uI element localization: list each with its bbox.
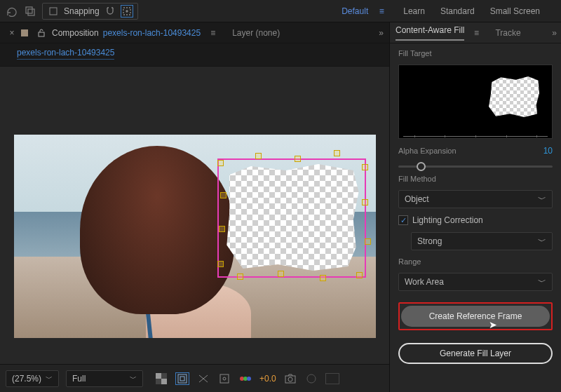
chevron-down-icon: ﹀ [46, 374, 53, 384]
panel-menu-icon[interactable]: ≡ [375, 5, 388, 18]
app-toolbar: Snapping Default ≡ Learn Standard Small … [0, 0, 561, 22]
svg-rect-9 [161, 379, 167, 384]
svg-point-4 [126, 11, 128, 12]
region-of-interest[interactable] [217, 158, 366, 278]
svg-point-16 [247, 377, 251, 381]
svg-rect-11 [180, 377, 184, 381]
tool-group: Snapping [6, 3, 138, 20]
layer-tab[interactable]: Layer (none) [232, 28, 280, 38]
breadcrumb-link[interactable]: pexels-ron-lach-10493425 [17, 48, 114, 60]
fill-target-preview [398, 65, 553, 139]
mask-vertex[interactable] [220, 192, 227, 198]
svg-rect-1 [28, 9, 34, 15]
chevron-down-icon: ﹀ [538, 194, 546, 205]
workspace-standard[interactable]: Standard [440, 6, 475, 16]
svg-point-19 [307, 374, 316, 383]
exposure-value[interactable]: +0.0 [259, 374, 276, 384]
svg-point-18 [288, 377, 292, 381]
checkbox-checked-icon: ✓ [398, 215, 408, 225]
composition-label: Composition [52, 28, 99, 38]
button-label: Create Reference Frame [429, 311, 522, 321]
svg-point-13 [223, 377, 226, 380]
svg-rect-6 [39, 32, 44, 36]
right-panel-tabs: Content-Aware Fill ≡ Tracke » [390, 22, 561, 43]
create-reference-frame-button[interactable]: Create Reference Frame ➤ [401, 306, 550, 327]
fill-method-label: Fill Method [398, 175, 553, 183]
resolution-dropdown[interactable]: Full ﹀ [66, 370, 143, 387]
snapshot-icon[interactable] [283, 372, 297, 385]
chevron-down-icon: ﹀ [130, 374, 137, 384]
svg-rect-12 [220, 374, 229, 383]
breadcrumb-bar: pexels-ron-lach-10493425 [0, 43, 389, 67]
composition-name: pexels-ron-lach-10493425 [103, 28, 201, 38]
workspace-learn[interactable]: Learn [403, 6, 425, 16]
chevron-down-icon: ﹀ [538, 236, 546, 248]
generate-fill-layer-button[interactable]: Generate Fill Layer [398, 343, 553, 364]
lighting-strength-dropdown[interactable]: Strong ﹀ [411, 232, 553, 250]
tab-content-aware-fill[interactable]: Content-Aware Fill [396, 25, 464, 41]
svg-rect-5 [21, 29, 28, 36]
zoom-value: (27.5%) [12, 374, 41, 384]
slider-thumb[interactable] [417, 162, 426, 171]
svg-rect-10 [178, 374, 187, 383]
color-swatch-icon [18, 27, 31, 39]
snap-collision-icon[interactable] [121, 5, 133, 18]
workspace-switcher: Default ≡ Learn Standard Small Screen [342, 5, 555, 18]
guides-icon[interactable] [196, 372, 210, 385]
mask-vertex[interactable] [237, 273, 243, 280]
fill-method-dropdown[interactable]: Object ﹀ [398, 190, 553, 208]
viewer-footer: (27.5%) ﹀ Full ﹀ +0.0 [0, 364, 389, 392]
draft-3d-icon[interactable] [325, 373, 339, 384]
cursor-icon: ➤ [489, 319, 497, 330]
tab-tracker[interactable]: Tracke [495, 28, 520, 38]
mask-vertex[interactable] [219, 226, 225, 232]
overflow-icon[interactable]: » [379, 28, 384, 38]
channel-icon[interactable] [238, 372, 252, 385]
close-tab-icon[interactable]: × [6, 27, 18, 39]
composition-viewer[interactable] [14, 135, 376, 338]
mask-vertex[interactable] [295, 156, 301, 162]
overflow-icon[interactable]: » [552, 28, 557, 38]
mask-vertex[interactable] [217, 160, 224, 166]
mask-vertex[interactable] [362, 199, 368, 205]
lighting-correction-label: Lighting Correction [412, 215, 483, 225]
mask-vertex[interactable] [362, 164, 368, 170]
snapping-toggle[interactable]: Snapping [42, 3, 138, 20]
lighting-correction-checkbox[interactable]: ✓ Lighting Correction [398, 215, 553, 225]
mask-vertex[interactable] [320, 275, 326, 281]
alpha-expansion-value[interactable]: 10 [543, 146, 553, 156]
mask-vertex[interactable] [217, 261, 224, 267]
zoom-dropdown[interactable]: (27.5%) ﹀ [6, 370, 59, 387]
timecode-icon[interactable] [304, 372, 318, 385]
unlock-icon [35, 27, 48, 39]
mask-vertex[interactable] [356, 272, 363, 278]
alpha-expansion-slider[interactable] [398, 165, 553, 168]
workspace-default[interactable]: Default [342, 6, 368, 16]
mask-vertex[interactable] [255, 153, 262, 159]
snap-magnet-icon[interactable] [104, 5, 116, 18]
svg-rect-8 [156, 373, 161, 379]
rotate-tool-icon[interactable] [6, 5, 18, 18]
mask-vertex[interactable] [365, 238, 371, 245]
range-label: Range [398, 257, 553, 266]
fill-method-value: Object [405, 194, 429, 204]
workspace-small-screen[interactable]: Small Screen [490, 6, 540, 16]
button-label: Generate Fill Layer [440, 349, 511, 358]
pan-behind-icon[interactable] [24, 5, 36, 18]
toggle-mask-icon[interactable] [175, 372, 189, 385]
highlighted-action: Create Reference Frame ➤ [398, 302, 553, 330]
range-value: Work Area [405, 277, 444, 287]
resolution-value: Full [72, 374, 86, 384]
panel-menu-icon[interactable]: ≡ [470, 27, 482, 39]
svg-rect-3 [123, 8, 130, 15]
composition-tab[interactable]: Composition pexels-ron-lach-10493425 ≡ [18, 27, 215, 39]
transparency-grid-icon[interactable] [154, 372, 168, 385]
range-dropdown[interactable]: Work Area ﹀ [398, 273, 553, 291]
mask-vertex[interactable] [278, 271, 284, 277]
mask-vertex[interactable] [334, 150, 340, 156]
checkbox-empty-icon [47, 5, 60, 18]
svg-rect-0 [26, 7, 32, 13]
panel-menu-icon[interactable]: ≡ [210, 28, 215, 38]
composition-panel-tabs: × Composition pexels-ron-lach-10493425 ≡… [0, 22, 389, 43]
region-icon[interactable] [217, 372, 231, 385]
